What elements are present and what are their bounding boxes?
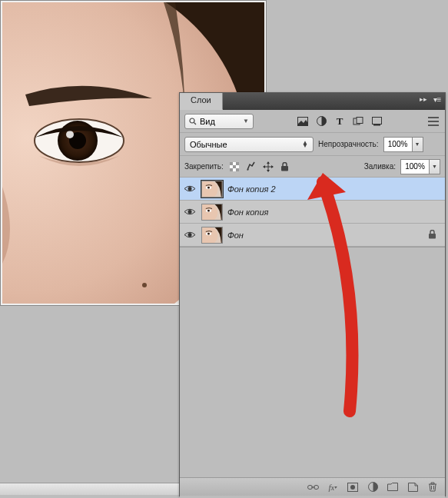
tab-layers[interactable]: Слои [180,93,223,110]
svg-rect-15 [373,124,380,126]
adjustment-layer-icon[interactable] [367,481,379,493]
svg-line-9 [194,122,197,124]
fx-icon[interactable]: fx▾ [327,481,339,493]
updown-icon: ▲▼ [302,141,308,148]
svg-point-8 [190,118,194,123]
filter-smart-icon[interactable] [370,115,383,128]
panel-bottom-toolbar: fx▾ [180,477,445,496]
svg-point-27 [207,186,210,188]
svg-rect-22 [281,166,288,171]
collapse-icon[interactable]: ▸▸ [417,95,430,106]
layer-row[interactable]: Фон копия [180,201,445,224]
filter-row: Вид ▼ T [180,110,445,133]
canvas-status-bar [0,483,192,495]
layer-kind-select[interactable]: Вид ▼ [184,114,254,129]
lock-row: Закрепить: Заливка: 100% ▼ [180,156,445,178]
layer-thumbnail[interactable] [201,204,223,221]
svg-point-33 [188,233,192,237]
svg-rect-18 [236,162,239,165]
filter-pixel-icon[interactable] [297,115,309,128]
lock-position-icon[interactable] [262,161,274,173]
svg-rect-13 [357,117,363,123]
delete-layer-icon[interactable] [426,481,439,493]
new-layer-icon[interactable] [407,481,419,493]
svg-rect-20 [230,168,233,171]
opacity-label: Непрозрачность: [318,140,379,148]
svg-point-28 [188,210,192,214]
svg-rect-14 [372,117,381,124]
svg-rect-19 [233,165,236,168]
group-icon[interactable] [387,481,399,493]
link-layers-icon[interactable] [307,481,319,493]
chevron-down-icon: ▼ [243,118,249,124]
fill-dropdown-icon[interactable]: ▼ [430,159,440,174]
blend-row: Обычные ▲▼ Непрозрачность: 100% ▼ [180,133,445,156]
fill-label: Заливка: [364,162,396,171]
lock-label: Закрепить: [184,162,224,171]
layer-row[interactable]: Фон копия 2 [180,178,445,201]
svg-point-7 [142,283,147,287]
visibility-toggle[interactable] [183,182,197,196]
svg-point-32 [207,209,210,211]
opacity-dropdown-icon[interactable]: ▼ [413,137,423,152]
svg-point-23 [188,187,192,191]
filter-adjust-icon[interactable] [315,115,327,128]
svg-rect-17 [230,162,233,165]
layer-name: Фон копия [227,208,268,217]
svg-rect-38 [429,234,436,239]
panel-menu-icon[interactable]: ▾≡ [431,95,443,106]
filter-shape-icon[interactable] [352,115,364,128]
lock-transparent-icon[interactable] [228,161,241,173]
svg-rect-21 [236,168,239,171]
panel-options-icon[interactable] [426,116,440,127]
layer-name: Фон копия 2 [227,184,276,194]
svg-point-37 [207,232,210,234]
svg-point-6 [66,131,74,138]
opacity-input[interactable]: 100% [383,137,413,152]
layer-thumbnail[interactable] [201,181,223,198]
layers-panel: Слои ▸▸ ▾≡ Вид ▼ T Обычные ▲▼ Непрозрачн… [179,92,446,496]
blend-mode-select[interactable]: Обычные ▲▼ [184,137,314,152]
lock-all-icon[interactable] [279,161,291,173]
svg-point-43 [350,485,355,490]
blend-mode-value: Обычные [190,140,227,149]
layer-name: Фон [227,231,244,240]
layer-thumbnail[interactable] [201,227,223,244]
lock-pixels-icon[interactable] [245,161,257,173]
visibility-toggle[interactable] [183,228,197,242]
layer-row[interactable]: Фон [180,224,445,247]
layers-list: Фон копия 2 Фон копия Фон [180,178,445,247]
lock-icon [428,230,439,241]
panel-tab-bar: Слои ▸▸ ▾≡ [180,93,445,110]
layer-kind-label: Вид [200,117,215,126]
filter-text-icon[interactable]: T [334,115,346,128]
layers-empty-area[interactable] [180,247,445,498]
visibility-toggle[interactable] [183,205,197,219]
fill-input[interactable]: 100% [400,159,430,174]
filter-icons: T [297,115,383,128]
mask-icon[interactable] [347,481,359,493]
search-icon [189,118,197,125]
